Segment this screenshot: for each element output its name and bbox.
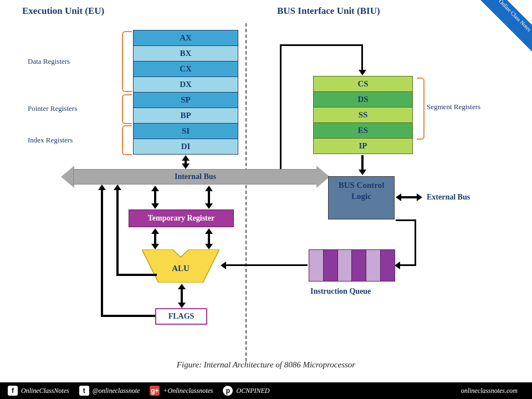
temporary-register: Temporary Register: [129, 209, 234, 227]
register-si: SI: [133, 123, 238, 139]
register-ss: SS: [313, 107, 413, 123]
register-cx: CX: [133, 61, 238, 77]
section-divider: [245, 23, 247, 361]
register-bx: BX: [133, 45, 238, 62]
register-dx: DX: [133, 76, 238, 93]
brace-icon: [122, 94, 132, 124]
biu-title: BUS Interface Unit (BIU): [260, 6, 510, 17]
connector: [224, 264, 308, 266]
figure-caption: Figure: Internal Architecture of 8086 Mi…: [0, 360, 532, 370]
register-cs: CS: [313, 76, 413, 92]
alu: ALU: [142, 249, 219, 283]
register-di: DI: [133, 139, 238, 155]
connector: [101, 186, 103, 317]
external-bus-label: External Bus: [427, 193, 470, 202]
instruction-queue: [309, 249, 395, 282]
eu-title: Execution Unit (EU): [22, 6, 260, 17]
brace-icon: [122, 31, 132, 92]
footer-pn: OCNPINED: [236, 387, 269, 395]
connector: [280, 44, 363, 46]
flags-register: FLAGS: [155, 308, 207, 325]
segment-registers-label: Segment Registers: [427, 103, 480, 111]
register-bp: BP: [133, 108, 238, 124]
brace-icon: [122, 125, 132, 155]
connector: [361, 44, 363, 72]
register-es: ES: [313, 122, 413, 139]
footer: f OnlineClassNotes t @onlineclassnote g+…: [0, 382, 532, 399]
register-ax: AX: [133, 30, 238, 46]
eu-register-stack: AX BX CX DX SP BP SI DI: [133, 30, 238, 155]
register-ds: DS: [313, 91, 413, 108]
connector: [116, 274, 157, 276]
twitter-icon: t: [79, 386, 89, 396]
bus-control-logic: BUS Control Logic: [328, 176, 395, 219]
segment-register-stack: CS DS SS ES IP: [313, 76, 413, 154]
register-sp: SP: [133, 92, 238, 108]
footer-fb: OnlineClassNotes: [21, 387, 69, 395]
connector: [280, 44, 282, 169]
googleplus-icon: g+: [150, 386, 160, 396]
footer-site: onlineclassnotes.com: [461, 387, 518, 395]
index-registers-label: Index Registers: [28, 136, 73, 145]
instruction-queue-label: Instruction Queue: [310, 287, 371, 296]
register-ip: IP: [313, 138, 413, 154]
footer-tw: @onlineclassnote: [93, 387, 140, 395]
internal-bus: Internal Bus: [61, 169, 330, 185]
data-registers-label: Data Registers: [28, 57, 70, 66]
connector: [101, 315, 155, 317]
connector: [415, 219, 416, 266]
facebook-icon: f: [8, 386, 18, 396]
brace-icon: [417, 78, 424, 140]
connector: [116, 186, 119, 276]
connector: [396, 219, 416, 221]
pointer-registers-label: Pointer Registers: [28, 104, 77, 113]
footer-gp: +Onlineclassnotes: [163, 387, 213, 395]
pinterest-icon: p: [223, 386, 233, 396]
